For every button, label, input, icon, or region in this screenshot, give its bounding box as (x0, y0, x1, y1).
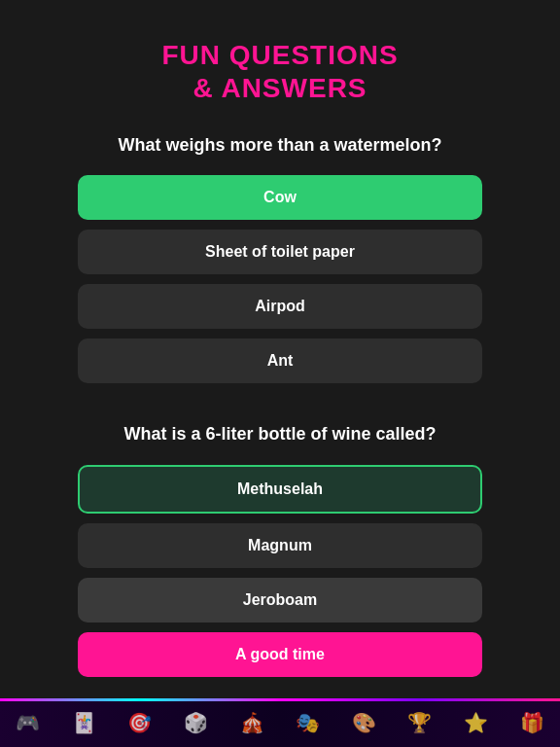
bottom-icon-7: 🎨 (352, 711, 376, 734)
answer-2-1[interactable]: Methuselah (78, 465, 482, 514)
question-1-text: What weighs more than a watermelon? (78, 133, 482, 158)
bottom-icon-1: 🎮 (16, 711, 40, 734)
question-2-text: What is a 6-liter bottle of wine called? (78, 422, 482, 446)
answer-1-1[interactable]: Cow (78, 175, 482, 220)
question-block-1: What weighs more than a watermelon? Cow … (78, 133, 482, 393)
answer-2-2[interactable]: Magnum (78, 523, 482, 568)
main-container: FUN QUESTIONS & ANSWERS What weighs more… (0, 0, 560, 700)
question-block-2: What is a 6-liter bottle of wine called?… (78, 422, 482, 686)
bottom-icon-9: ⭐ (464, 711, 488, 734)
answer-1-2[interactable]: Sheet of toilet paper (78, 230, 482, 274)
bottom-icon-4: 🎲 (184, 711, 208, 734)
bottom-icon-3: 🎯 (127, 711, 152, 734)
neon-line (0, 698, 560, 701)
answer-1-4[interactable]: Ant (78, 338, 482, 383)
bottom-icon-6: 🎭 (296, 711, 320, 734)
bottom-icon-10: 🎁 (520, 711, 544, 734)
bottom-bar: 🎮 🃏 🎯 🎲 🎪 🎭 🎨 🏆 ⭐ 🎁 (0, 698, 560, 747)
answer-2-3[interactable]: Jeroboam (78, 578, 482, 622)
bottom-icon-5: 🎪 (240, 711, 264, 734)
bottom-icon-8: 🏆 (407, 711, 432, 734)
bottom-icon-2: 🃏 (72, 711, 96, 734)
answer-2-4[interactable]: A good time (78, 632, 482, 677)
answer-1-3[interactable]: Airpod (78, 284, 482, 329)
page-title: FUN QUESTIONS & ANSWERS (161, 39, 398, 104)
